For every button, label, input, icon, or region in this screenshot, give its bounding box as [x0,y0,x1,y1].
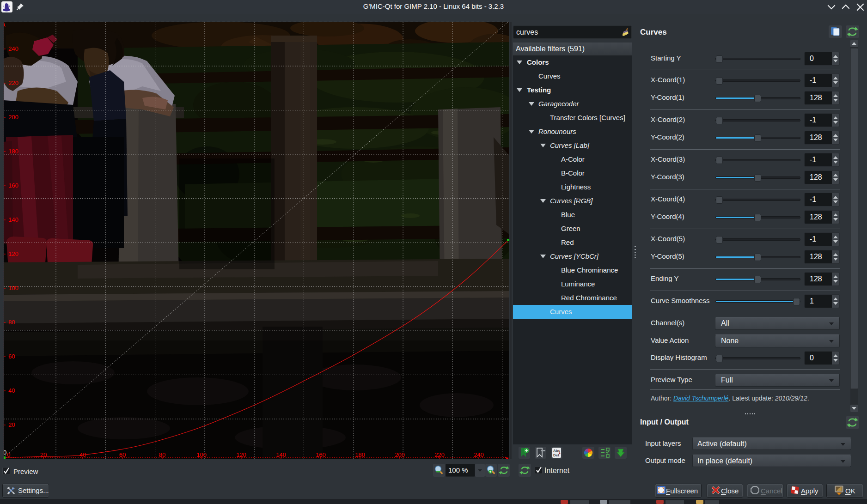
svg-text:140: 140 [276,451,286,458]
svg-text:0: 0 [4,449,6,456]
svg-text:240: 240 [474,451,484,458]
svg-text:80: 80 [159,451,165,458]
svg-text:Abc: Abc [553,449,561,453]
svg-text:100 %: 100 % [448,466,468,474]
svg-text:60: 60 [119,451,126,458]
svg-text:140: 140 [8,216,18,223]
svg-text:20: 20 [8,421,15,428]
svg-text:180: 180 [8,148,18,155]
svg-text:160: 160 [316,451,326,458]
svg-text:120: 120 [8,250,18,257]
svg-text:60: 60 [8,353,15,360]
svg-text:80: 80 [8,319,15,326]
svg-text:240: 240 [8,45,18,52]
svg-text:20: 20 [40,451,47,458]
svg-text:Def: Def [553,453,559,457]
svg-text:160: 160 [8,182,18,189]
svg-text:200: 200 [8,114,18,121]
svg-text:180: 180 [355,451,365,458]
svg-text:40: 40 [79,451,86,458]
svg-text:220: 220 [434,451,445,458]
svg-text:120: 120 [236,451,246,458]
svg-text:220: 220 [8,79,18,86]
svg-text:200: 200 [395,451,405,458]
svg-text:100: 100 [196,451,207,458]
svg-text:40: 40 [8,387,15,394]
svg-text:100: 100 [8,285,18,291]
svg-text:0: 0 [7,451,10,458]
